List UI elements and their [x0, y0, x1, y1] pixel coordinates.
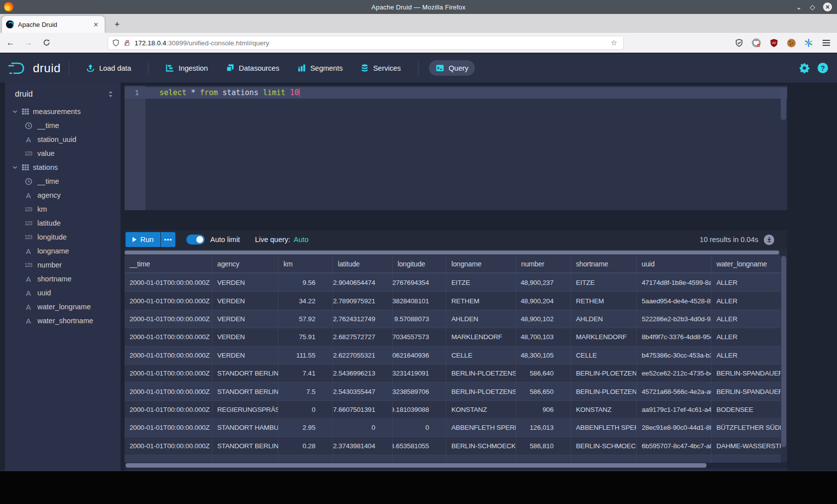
column-header-km[interactable]: km: [278, 255, 332, 272]
cell-longitude[interactable]: 13.3231419091: [392, 365, 446, 382]
column-header-uuid[interactable]: uuid: [636, 255, 711, 272]
results-hscrollbar-bottom[interactable]: [125, 463, 787, 468]
cell-km[interactable]: 9.56: [278, 273, 332, 291]
cell-water_longname[interactable]: ALLER: [711, 292, 781, 309]
cell-km[interactable]: 7.41: [278, 365, 332, 382]
cell-water_longname[interactable]: BÜTZFLETHER SÜDERE: [711, 419, 781, 436]
cell-number[interactable]: 48,300,105: [516, 347, 570, 364]
column-header-water_longname[interactable]: water_longname: [711, 255, 781, 272]
results-vscrollbar[interactable]: [781, 255, 787, 463]
nav-item-services[interactable]: Services: [354, 60, 408, 76]
cell-agency[interactable]: STANDORT HAMBURG: [212, 419, 278, 436]
cell-latitude[interactable]: 52.7890975921: [332, 292, 392, 309]
column-header-agency[interactable]: agency: [212, 255, 278, 272]
multi-account-mask-icon[interactable]: [751, 38, 761, 48]
cell-agency[interactable]: STANDORT BERLIN: [212, 437, 278, 455]
cell-agency[interactable]: REGIERUNGSPRÄSIDIUM: [212, 401, 278, 418]
cell-water_longname[interactable]: BERLIN-SPANDAUER-S: [711, 382, 781, 400]
cell-number[interactable]: 48,700,103: [516, 328, 570, 346]
insecure-lock-icon[interactable]: [124, 39, 131, 47]
cell-uuid[interactable]: ee52ce62-212c-4735-b4: [636, 365, 711, 382]
tree-column-shortname[interactable]: Ashortname: [5, 272, 121, 286]
cell-km[interactable]: 2.95: [278, 419, 332, 436]
cell-agency[interactable]: VERDEN: [212, 328, 278, 346]
cell-latitude[interactable]: 52.6827572727: [332, 328, 392, 346]
browser-tab[interactable]: Apache Druid ✕: [2, 16, 105, 33]
cell-shortname[interactable]: MARKLENDORF: [570, 328, 636, 346]
cell-latitude[interactable]: 52.5436996213: [332, 365, 392, 382]
cell-agency[interactable]: VERDEN: [212, 273, 278, 291]
column-header-longitude[interactable]: longitude: [392, 255, 446, 272]
cell-uuid[interactable]: aa9179c1-17ef-4c61-a48: [636, 401, 711, 418]
run-more-button[interactable]: •••: [161, 232, 175, 247]
cell-longname[interactable]: RETHEM: [446, 292, 516, 309]
cell-longitude[interactable]: 9.181039088: [392, 401, 446, 418]
cell-km[interactable]: 111.55: [278, 347, 332, 364]
cell-shortname[interactable]: KONSTANZ: [570, 401, 636, 418]
cell-water_longname[interactable]: ALLER: [711, 347, 781, 364]
tree-column-__time[interactable]: __time: [5, 119, 121, 132]
tree-column-water_longname[interactable]: Awater_longname: [5, 300, 121, 314]
cell-__time[interactable]: 2000-01-01T00:00:00.000Z: [125, 419, 212, 436]
cell-__time[interactable]: 2000-01-01T00:00:00.000Z: [125, 437, 212, 455]
tree-column-agency[interactable]: Aagency: [5, 188, 121, 202]
cell-water_longname[interactable]: ALLER: [711, 310, 781, 328]
gear-icon[interactable]: [799, 63, 810, 73]
nav-item-query[interactable]: Query: [429, 60, 475, 76]
nav-item-datasources[interactable]: Datasources: [219, 60, 285, 76]
sql-query-text[interactable]: select * from stations limit 10: [159, 87, 300, 99]
cell-longitude[interactable]: 9.2767694354: [392, 273, 446, 291]
cell-longname[interactable]: EITZE: [446, 273, 516, 291]
cell-longname[interactable]: ABBENFLETH SPERRWEI: [446, 419, 516, 436]
column-header-shortname[interactable]: shortname: [570, 255, 636, 272]
tree-column-number[interactable]: 123number: [5, 258, 121, 272]
cell-shortname[interactable]: RETHEM: [570, 292, 636, 309]
results-hscrollbar-top[interactable]: [125, 251, 779, 255]
download-results-button[interactable]: [764, 235, 774, 245]
cell-longname[interactable]: BERLIN-SCHMOECKWITZ: [446, 437, 516, 455]
menu-hamburger-icon[interactable]: [821, 38, 831, 48]
tree-column-longname[interactable]: Alongname: [5, 244, 121, 258]
cell-longname[interactable]: AHLDEN: [446, 310, 516, 328]
cell-shortname[interactable]: BERLIN-SCHMOECKWITZ: [570, 437, 636, 455]
cell-longname[interactable]: CELLE: [446, 347, 516, 364]
cell-uuid[interactable]: b475386c-30cc-453a-b3: [636, 347, 711, 364]
cell-agency[interactable]: VERDEN: [212, 310, 278, 328]
cell-number[interactable]: 586,810: [516, 437, 570, 455]
help-icon[interactable]: ?: [818, 63, 828, 73]
cell-uuid[interactable]: 45721a68-566c-4e2a-a6: [636, 382, 711, 400]
cell-agency[interactable]: VERDEN: [212, 292, 278, 309]
cell-shortname[interactable]: AHLDEN: [570, 310, 636, 328]
cell-number[interactable]: 586,650: [516, 382, 570, 400]
cell-latitude[interactable]: 52.7624312749: [332, 310, 392, 328]
schema-selector[interactable]: druid: [15, 90, 108, 99]
reload-button[interactable]: [39, 36, 54, 50]
cell-number[interactable]: 906: [516, 401, 570, 418]
cell-uuid[interactable]: 47174d8f-1b8e-4599-8a: [636, 273, 711, 291]
cell-number[interactable]: 126,013: [516, 419, 570, 436]
editor-scrollbar[interactable]: [781, 87, 786, 120]
tree-column-km[interactable]: 123km: [5, 202, 121, 216]
chevron-down-icon[interactable]: ⌄: [796, 3, 802, 10]
cell-longitude[interactable]: 0: [392, 419, 446, 436]
cell-__time[interactable]: 2000-01-01T00:00:00.000Z: [125, 347, 212, 364]
column-header-latitude[interactable]: latitude: [332, 255, 392, 272]
cell-number[interactable]: 48,900,102: [516, 310, 570, 328]
cell-number[interactable]: 48,900,237: [516, 273, 570, 291]
cell-agency[interactable]: STANDORT BERLIN: [212, 365, 278, 382]
auto-limit-toggle[interactable]: [186, 235, 205, 245]
tab-close-icon[interactable]: ✕: [91, 20, 101, 29]
cell-water_longname[interactable]: BERLIN-SPANDAUER-S: [711, 365, 781, 382]
cell-number[interactable]: 586,640: [516, 365, 570, 382]
tree-column-uuid[interactable]: Auuid: [5, 286, 121, 300]
cell-longname[interactable]: KONSTANZ: [446, 401, 516, 418]
cell-km[interactable]: 7.5: [278, 382, 332, 400]
cell-longitude[interactable]: 9.57088073: [392, 310, 446, 328]
window-close-icon[interactable]: ✕: [823, 2, 832, 11]
double-caret-icon[interactable]: [108, 91, 114, 98]
colorful-asterisk-extension-icon[interactable]: [804, 38, 814, 48]
cell-shortname[interactable]: EITZE: [570, 273, 636, 291]
cell-__time[interactable]: 2000-01-01T00:00:00.000Z: [125, 310, 212, 328]
cell-__time[interactable]: 2000-01-01T00:00:00.000Z: [125, 273, 212, 291]
nav-item-load-data[interactable]: Load data: [80, 60, 138, 76]
